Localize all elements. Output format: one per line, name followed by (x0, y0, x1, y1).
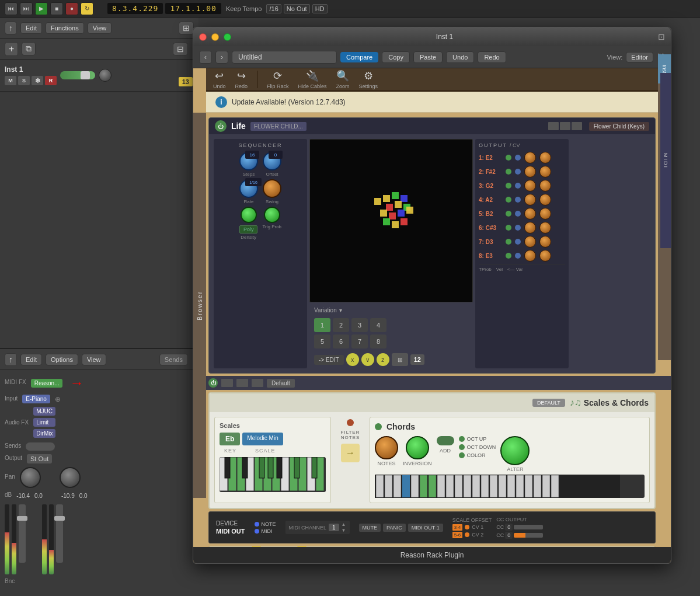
rewind-btn[interactable]: ⏮ (5, 2, 18, 15)
quality-select[interactable]: HD (312, 4, 328, 13)
edit-menu[interactable]: Edit (20, 22, 42, 34)
inversion-knob[interactable] (406, 436, 429, 459)
copy-btn[interactable]: Copy (382, 51, 410, 63)
var-btn-6[interactable]: 6 (333, 334, 349, 348)
z-btn[interactable]: z (377, 353, 389, 366)
fader-vertical2[interactable] (56, 504, 63, 563)
output-knob-6b[interactable] (539, 222, 551, 233)
output-knob-2[interactable] (524, 166, 536, 177)
play-btn green[interactable]: ▶ (35, 2, 48, 15)
var-btn-4[interactable]: 4 (370, 318, 386, 332)
minimize-btn[interactable] (211, 33, 219, 41)
view-sends-btn[interactable]: View (82, 354, 106, 365)
preset-dropdown[interactable]: Untitled (232, 51, 337, 64)
record-btn[interactable]: ● (65, 2, 78, 15)
var-btn-5[interactable]: 5 (314, 334, 330, 348)
var-btn-3[interactable]: 3 (351, 318, 368, 332)
view-icon3[interactable] (572, 122, 582, 130)
maximize-btn[interactable] (224, 33, 231, 41)
zoom-btn[interactable]: 🔍 Zoom (336, 69, 350, 89)
settings-btn[interactable]: ⚙ Settings (359, 69, 378, 89)
functions-menu[interactable]: Functions (46, 22, 84, 34)
pan-knob2[interactable] (60, 467, 81, 488)
forward-btn[interactable]: → (341, 444, 360, 462)
fx-mjuc[interactable]: MJUC (33, 407, 55, 416)
power-indicator[interactable]: ⏻ (208, 378, 218, 388)
output-knob-4b[interactable] (539, 194, 551, 205)
division-select[interactable]: /16 (266, 4, 281, 13)
mute-btn[interactable]: M (5, 76, 16, 85)
var-btn-7[interactable]: 7 (351, 334, 368, 348)
key-btn[interactable]: Eb (220, 433, 240, 445)
redo-rack-btn[interactable]: ↪ Redo (235, 69, 248, 89)
var-btn-8[interactable]: 8 (370, 334, 386, 348)
nav-prev-btn[interactable]: ‹ (199, 51, 212, 64)
output-knob-3b[interactable] (539, 180, 551, 191)
output-value[interactable]: St Out (27, 454, 52, 463)
view-dropdown[interactable]: Editor (626, 52, 653, 62)
channel-val[interactable]: 1 (329, 524, 339, 531)
trig-knob[interactable] (264, 207, 280, 223)
solo-btn[interactable]: S (18, 76, 30, 85)
midi-fx-badge[interactable]: Reason... (31, 379, 63, 388)
output-knob-1[interactable] (524, 152, 536, 163)
view-icon1[interactable] (548, 122, 559, 130)
input-badge[interactable]: E-Piano (22, 395, 50, 403)
record-arm-btn[interactable]: R (45, 76, 57, 85)
freeze-icon[interactable]: ❄ (32, 76, 43, 85)
density-knob[interactable] (241, 207, 257, 223)
output-knob-7b[interactable] (539, 236, 551, 248)
undo-btn[interactable]: Undo (446, 51, 474, 63)
sends-up-btn[interactable]: ↑ (5, 353, 17, 366)
output-knob-5b[interactable] (539, 208, 551, 219)
redo-btn[interactable]: Redo (478, 51, 506, 63)
stop-btn[interactable]: ■ (50, 2, 63, 15)
view-icon2[interactable] (560, 122, 570, 130)
scale-btn[interactable]: Melodic Min (242, 433, 283, 445)
output-knob-3[interactable] (524, 180, 536, 191)
paste-btn[interactable]: Paste (413, 51, 443, 63)
channel-down[interactable]: ▼ (342, 528, 346, 533)
variation-arrow[interactable]: ▾ (339, 307, 342, 313)
panel-toggle-btn[interactable]: ⊟ (173, 43, 188, 55)
var-btn-1[interactable]: 1 (314, 318, 330, 332)
x-btn[interactable]: x (346, 353, 359, 366)
output-select[interactable]: No Out (284, 4, 310, 13)
var-btn-2[interactable]: 2 (333, 318, 349, 332)
close-btn[interactable] (199, 33, 207, 41)
sc-default-btn[interactable]: DEFAULT (532, 399, 565, 407)
fx-dirmix[interactable]: DirMix (33, 429, 55, 438)
life-power-btn[interactable]: ⏻ (215, 120, 227, 132)
output-knob-7[interactable] (524, 236, 536, 248)
options-btn[interactable]: Options (46, 354, 78, 365)
output-knob-2b[interactable] (539, 166, 551, 177)
back-btn[interactable]: ⏭ (20, 2, 33, 15)
view-menu[interactable]: View (88, 22, 112, 34)
add-track-btn[interactable]: + (5, 42, 18, 56)
view-btn3[interactable] (252, 379, 263, 387)
output-knob-4[interactable] (524, 194, 536, 205)
alter-knob[interactable] (500, 436, 530, 465)
nav-next-btn[interactable]: › (215, 51, 228, 64)
grid-btn[interactable]: ⊞ (392, 353, 408, 366)
compare-btn[interactable]: Compare (340, 52, 378, 62)
up-arrow-btn[interactable]: ↑ (5, 22, 17, 34)
loop-btn[interactable]: ↻ (81, 2, 93, 15)
swing-knob[interactable] (263, 179, 281, 198)
channel-up[interactable]: ▲ (342, 522, 346, 527)
output-knob-5[interactable] (524, 208, 536, 219)
pan-knob[interactable] (99, 69, 112, 82)
grid-icon[interactable]: ⊞ (179, 22, 194, 34)
plugin-corner-btn[interactable]: ⊡ (658, 32, 665, 41)
midi-right-sidebar[interactable]: MIDI (660, 73, 671, 248)
view-btn2[interactable] (236, 379, 248, 387)
view-btn1[interactable] (221, 379, 233, 387)
notes-knob[interactable] (375, 436, 398, 459)
mute-btn[interactable]: MUTE (359, 524, 381, 532)
midi-out1-btn[interactable]: MIDI OUT 1 (408, 524, 443, 532)
output-knob-8b[interactable] (539, 250, 551, 262)
pan-knob-large[interactable] (20, 467, 41, 488)
output-knob-8[interactable] (524, 250, 536, 262)
hide-cables-btn[interactable]: 🔌 Hide Cables (298, 69, 327, 89)
edit-btn[interactable]: -> EDIT (314, 355, 344, 365)
